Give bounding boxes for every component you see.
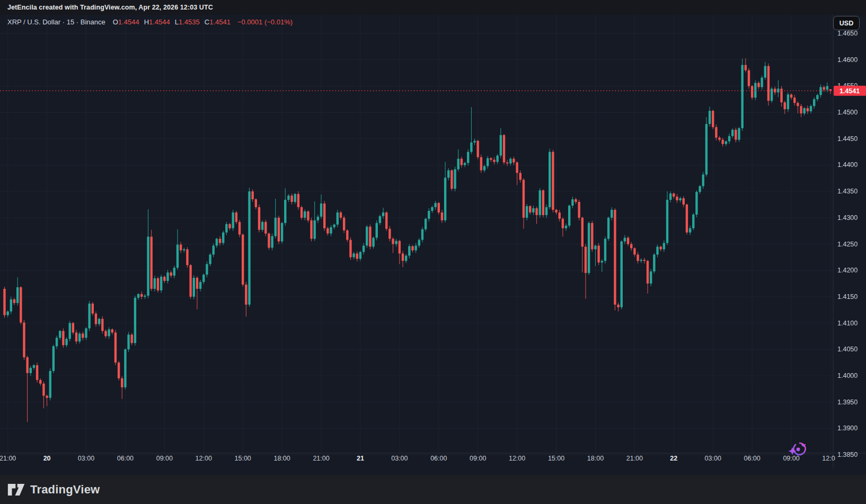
footer-bar: TradingView [0,475,866,504]
svg-text:18:00: 18:00 [273,455,290,462]
time-axis-labels: 21:002003:0006:0009:0012:0015:0018:0021:… [0,455,839,462]
svg-text:21:00: 21:00 [0,455,16,462]
svg-text:1.4100: 1.4100 [837,320,858,327]
symbol-legend[interactable]: XRP / U.S. Dollar · 15 · Binance O1.4544… [7,18,293,26]
svg-text:1.4650: 1.4650 [837,30,858,37]
svg-text:09:00: 09:00 [156,455,173,462]
candlestick-chart[interactable]: 1.46501.46001.45501.45001.44501.44001.43… [0,15,866,475]
svg-text:1.3950: 1.3950 [837,399,858,406]
svg-text:21:00: 21:00 [626,455,643,462]
candles [3,58,832,422]
svg-text:15:00: 15:00 [235,455,251,462]
svg-text:03:00: 03:00 [78,455,94,462]
svg-text:1.3850: 1.3850 [837,451,858,458]
sparkle-refresh-icon[interactable] [788,441,809,458]
ohlc-pair: H1.4544 [144,18,170,26]
svg-text:09:00: 09:00 [470,455,486,462]
tradingview-brand-link[interactable]: TradingView [7,482,100,497]
ohlc-pair: L1.4535 [175,18,200,26]
svg-text:22: 22 [670,455,677,462]
svg-text:1.4400: 1.4400 [837,161,858,169]
svg-text:1.4000: 1.4000 [837,372,858,379]
svg-text:1.4200: 1.4200 [837,267,858,274]
svg-text:1.4250: 1.4250 [837,241,858,248]
svg-text:06:00: 06:00 [117,455,134,462]
currency-toggle-button[interactable]: USD [833,16,860,30]
svg-text:1.4350: 1.4350 [837,188,858,195]
tradingview-brand-text: TradingView [30,483,100,497]
svg-text:1.4300: 1.4300 [837,214,858,222]
ohlc-values: O1.4544H1.4544L1.4535C1.4541 [113,18,235,26]
change-value: −0.0001 (−0.01%) [237,18,293,26]
svg-text:1.4500: 1.4500 [837,109,858,116]
svg-text:06:00: 06:00 [744,455,760,462]
svg-text:18:00: 18:00 [587,455,604,462]
svg-text:1.4541: 1.4541 [840,87,860,95]
attribution-text: JetEncila created with TradingView.com, … [7,4,213,11]
svg-text:12:00: 12:00 [822,455,838,462]
symbol-title[interactable]: XRP / U.S. Dollar · 15 · Binance [7,18,105,26]
svg-text:06:00: 06:00 [430,455,447,462]
ohlc-pair: C1.4541 [205,18,231,26]
svg-text:03:00: 03:00 [391,455,408,462]
svg-text:15:00: 15:00 [548,455,564,462]
ohlc-pair: O1.4544 [113,18,139,26]
svg-text:1.3900: 1.3900 [837,425,858,432]
svg-text:1.4600: 1.4600 [837,56,858,64]
svg-text:12:00: 12:00 [196,455,212,462]
tradingview-logo-icon [7,482,25,497]
svg-text:21:00: 21:00 [313,455,329,462]
attribution-bar: JetEncila created with TradingView.com, … [0,0,866,15]
svg-text:1.4050: 1.4050 [837,346,858,353]
svg-text:03:00: 03:00 [705,455,721,462]
svg-text:12:00: 12:00 [509,455,525,462]
tradingview-snapshot: JetEncila created with TradingView.com, … [0,0,866,504]
svg-text:1.4150: 1.4150 [837,293,858,300]
svg-text:20: 20 [43,455,51,462]
svg-text:21: 21 [357,455,364,462]
svg-text:1.4450: 1.4450 [837,135,858,143]
chart-area[interactable]: 1.46501.46001.45501.45001.44501.44001.43… [0,15,866,475]
